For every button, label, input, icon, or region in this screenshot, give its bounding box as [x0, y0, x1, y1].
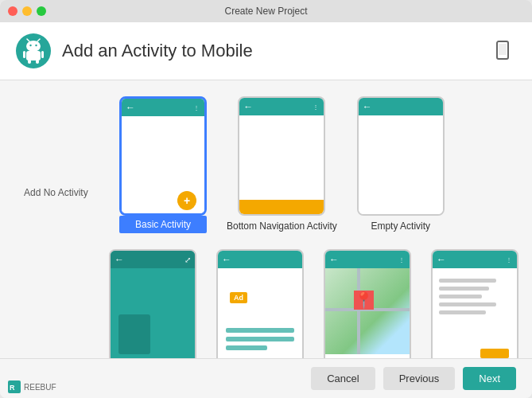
back-arrow-icon: ← — [126, 102, 135, 113]
map-canvas: 📍 — [325, 268, 410, 354]
phone-layout-icon — [494, 40, 516, 62]
maps-top-bar: ← ⋮ — [325, 251, 410, 268]
svg-rect-6 — [26, 51, 41, 60]
basic-body: + — [122, 116, 204, 216]
bottom-nav-activity-item[interactable]: ← ⋮ Bottom Navigation Activity — [227, 96, 337, 233]
menu-dots-icon: ⋮ — [193, 104, 200, 111]
svg-text:R: R — [10, 384, 15, 392]
svg-point-3 — [35, 45, 37, 46]
svg-rect-9 — [28, 60, 31, 64]
next-button[interactable]: Next — [463, 367, 516, 390]
bottom-nav-bar — [239, 200, 324, 216]
fullscreen-expand-icon: ⤢ — [184, 256, 191, 264]
activity-grid: Add No Activity ← ⋮ + — [24, 96, 508, 358]
admob-back-icon: ← — [222, 254, 231, 265]
empty-activity-label: Empty Activity — [371, 220, 430, 232]
maps-back-icon: ← — [329, 254, 339, 265]
previous-button[interactable]: Previous — [383, 367, 456, 390]
no-activity-label: Add No Activity — [24, 187, 88, 198]
empty-mockup: ← — [357, 96, 445, 216]
app-window: Create New Project — [0, 0, 532, 398]
svg-rect-12 — [499, 44, 507, 55]
menu-dots-icon-2: ⋮ — [313, 103, 320, 111]
admob-top-bar: ← — [218, 251, 302, 268]
login-activity-item[interactable]: ← ⋮ Login Activity — [431, 249, 518, 358]
footer: Cancel Previous Next R REEBUF — [0, 358, 532, 398]
row2-cards: ← ⤢ Fullscreen Activity ← — [14, 249, 518, 358]
page-title: Add an Activity to Mobile — [62, 41, 253, 61]
admob-activity-item[interactable]: ← Ad Google AdMob Ads Activity — [216, 249, 304, 358]
map-road-v — [357, 268, 360, 354]
svg-point-2 — [29, 45, 31, 46]
row1-cards: ← ⋮ + Basic Activity — [119, 96, 445, 233]
back-arrow-icon-2: ← — [243, 101, 253, 112]
window-title: Create New Project — [224, 6, 307, 17]
title-bar: Create New Project — [0, 0, 532, 22]
android-logo-icon — [16, 33, 51, 68]
svg-point-1 — [26, 41, 41, 52]
back-arrow-icon-3: ← — [363, 101, 372, 112]
maps-mockup: ← ⋮ 📍 — [324, 249, 411, 358]
empty-top-bar: ← — [359, 98, 443, 115]
fullscreen-body — [111, 268, 195, 358]
reebuf-icon: R — [8, 380, 21, 393]
login-body — [433, 268, 517, 358]
fullscreen-top: ← ⤢ — [111, 251, 195, 268]
row-1: Add No Activity ← ⋮ + — [24, 96, 508, 233]
bottom-nav-mockup: ← ⋮ — [238, 96, 325, 216]
window-controls — [8, 6, 46, 16]
login-button-mockup — [480, 349, 509, 358]
header-left: Add an Activity to Mobile — [16, 33, 253, 68]
admob-mockup: ← Ad — [216, 249, 304, 358]
watermark: R REEBUF — [8, 380, 56, 393]
mobile-icon — [494, 40, 516, 62]
no-activity-item[interactable]: Add No Activity — [24, 131, 119, 198]
svg-rect-8 — [41, 51, 44, 58]
basic-top-bar: ← ⋮ — [122, 99, 204, 116]
basic-activity-item[interactable]: ← ⋮ + Basic Activity — [119, 96, 207, 233]
fullscreen-back-icon: ← — [115, 254, 124, 265]
login-mockup: ← ⋮ — [431, 249, 518, 358]
content-area: Add No Activity ← ⋮ + — [0, 80, 532, 358]
basic-activity-mockup: ← ⋮ + — [119, 96, 207, 216]
login-menu-icon: ⋮ — [506, 256, 513, 263]
fullscreen-overlay — [118, 314, 150, 354]
bottom-nav-label: Bottom Navigation Activity — [227, 220, 337, 232]
watermark-text: REEBUF — [24, 383, 56, 392]
bottom-nav-body — [239, 115, 324, 216]
maps-menu-icon: ⋮ — [398, 256, 406, 263]
empty-body — [359, 115, 443, 216]
maximize-button[interactable] — [37, 6, 46, 16]
map-pin-icon: 📍 — [354, 291, 374, 310]
basic-activity-label: Basic Activity — [119, 216, 207, 233]
login-line-1 — [439, 279, 496, 283]
empty-activity-item[interactable]: ← Empty Activity — [357, 96, 445, 233]
page-header: Add an Activity to Mobile — [0, 22, 532, 80]
minimize-button[interactable] — [22, 6, 32, 16]
fab-icon: + — [177, 191, 196, 210]
fullscreen-mockup: ← ⤢ — [109, 249, 196, 358]
svg-rect-10 — [36, 60, 39, 64]
ad-label: Ad — [230, 292, 247, 303]
maps-activity-item[interactable]: ← ⋮ 📍 Google Maps Activity — [324, 249, 411, 358]
login-back-icon: ← — [437, 254, 446, 265]
close-button[interactable] — [8, 6, 17, 16]
bottom-nav-top-bar: ← ⋮ — [239, 98, 324, 115]
fullscreen-activity-item[interactable]: ← ⤢ Fullscreen Activity — [109, 249, 196, 358]
svg-rect-7 — [23, 51, 25, 58]
admob-body: Ad — [218, 268, 302, 358]
ad-content-lines — [226, 308, 294, 354]
cancel-button[interactable]: Cancel — [311, 367, 375, 390]
login-top-bar: ← ⋮ — [433, 251, 517, 268]
